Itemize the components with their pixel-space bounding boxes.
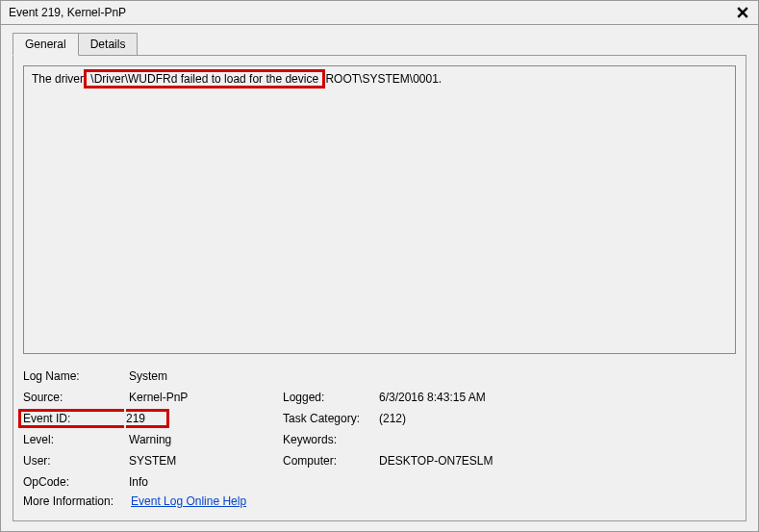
logname-label: Log Name: [23,367,129,385]
eventid-value-row: 219 [129,410,283,427]
right-labels-column: Logged: Task Category: Keywords: Compute… [283,367,379,491]
event-properties-window: Event 219, Kernel-PnP General Details Th… [0,0,759,532]
window-title: Event 219, Kernel-PnP [9,6,126,19]
level-value: Warning [129,431,283,448]
keywords-label: Keywords: [283,431,379,448]
title-bar: Event 219, Kernel-PnP [1,1,758,25]
tab-strip: General Details [13,33,746,56]
user-value: SYSTEM [129,452,283,469]
right-values-column: 6/3/2016 8:43:15 AM (212) DESKTOP-ON7ESL… [379,367,736,491]
taskcat-value: (212) [379,410,736,427]
taskcat-label: Task Category: [283,410,379,427]
eventid-label: Event ID: [18,409,124,428]
eventid-label-row: Event ID: [23,410,129,427]
description-prefix: The driver [32,72,84,86]
computer-value: DESKTOP-ON7ESLM [379,452,736,469]
opcode-value: Info [129,473,283,491]
logged-value: 6/3/2016 8:43:15 AM [379,389,736,406]
keywords-value [379,431,736,448]
description-text: The driver \Driver\WUDFRd failed to load… [32,69,442,89]
tab-panel-general: The driver \Driver\WUDFRd failed to load… [13,55,746,521]
source-label: Source: [23,389,129,406]
logged-label: Logged: [283,389,379,406]
left-values-column: System Kernel-PnP 219 Warning SYSTEM Inf… [129,367,283,491]
tab-general[interactable]: General [13,33,79,56]
moreinfo-label: More Information: [23,494,114,508]
description-suffix: ROOT\SYSTEM\0001. [325,72,442,86]
tab-details[interactable]: Details [78,33,139,56]
more-info-row: More Information: Event Log Online Help [23,494,736,508]
opcode-label: OpCode: [23,473,129,491]
close-icon [737,7,748,18]
computer-label: Computer: [283,452,379,469]
content-area: General Details The driver \Driver\WUDFR… [1,25,758,531]
event-description: The driver \Driver\WUDFRd failed to load… [23,65,736,354]
user-label: User: [23,452,129,469]
source-value: Kernel-PnP [129,389,283,406]
level-label: Level: [23,431,129,448]
logname-value: System [129,367,283,385]
event-log-help-link[interactable]: Event Log Online Help [131,494,246,508]
close-button[interactable] [735,5,750,20]
event-details: Log Name: Source: Event ID: Level: User:… [23,367,736,491]
eventid-value: 219 [126,409,169,428]
left-labels-column: Log Name: Source: Event ID: Level: User:… [23,367,129,491]
description-highlighted: \Driver\WUDFRd failed to load for the de… [84,69,325,89]
